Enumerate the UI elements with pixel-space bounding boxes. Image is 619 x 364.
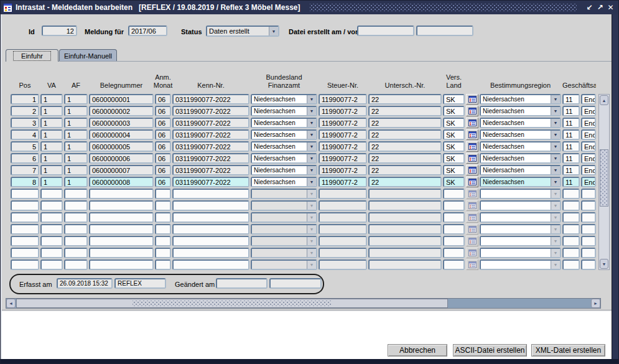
cell-anm-monat[interactable]: 06 [155, 129, 171, 140]
cell-belegnummer[interactable]: 0600000005 [89, 141, 154, 152]
dropdown-arrow-icon[interactable]: ▼ [551, 213, 560, 222]
cell-vers-land[interactable] [443, 248, 465, 258]
dropdown-arrow-icon[interactable]: ▼ [307, 95, 316, 103]
cell-kenn-nr[interactable]: 0311990077-2022 [172, 129, 249, 140]
cell-kenn-nr[interactable]: 0311990077-2022 [172, 118, 249, 128]
lov-lookup-button[interactable] [466, 129, 478, 140]
cell-geschaeftsart-code[interactable]: 11 [562, 94, 580, 105]
cell-af[interactable] [64, 248, 88, 258]
cell-geschaeftsart-text[interactable] [581, 200, 596, 211]
cell-va[interactable]: 1 [40, 118, 63, 128]
scroll-left-icon[interactable]: ◄ [6, 299, 16, 308]
dropdown-arrow-icon[interactable]: ▼ [307, 261, 316, 269]
cell-pos[interactable]: 7 [11, 165, 39, 175]
tab-einfuhr-manuell[interactable]: Einfuhr-Manuell [59, 49, 117, 62]
cell-vers-land[interactable] [443, 212, 465, 223]
cell-vers-land[interactable]: SK [443, 141, 465, 152]
dropdown-arrow-icon[interactable]: ▼ [307, 154, 316, 162]
cell-geschaeftsart-code[interactable] [562, 236, 580, 246]
cell-vers-land[interactable] [443, 200, 465, 211]
cell-af[interactable]: 1 [64, 141, 88, 152]
cell-af[interactable]: 1 [64, 118, 88, 128]
cell-belegnummer[interactable]: 0600000006 [89, 153, 154, 164]
cell-geschaeftsart-text[interactable]: Endg [581, 118, 596, 128]
vertical-scrollbar-thumb[interactable] [600, 149, 608, 207]
cell-bundesland-finanzamt-select[interactable]: Niedersachsen▼ [251, 153, 317, 164]
dropdown-arrow-icon[interactable]: ▼ [551, 237, 560, 245]
dropdown-arrow-icon[interactable]: ▼ [307, 237, 316, 245]
cell-pos[interactable] [11, 248, 39, 258]
cell-va[interactable] [40, 224, 63, 235]
cell-vers-land[interactable]: SK [443, 118, 465, 128]
cell-pos[interactable] [11, 212, 39, 223]
cell-geschaeftsart-code[interactable] [562, 189, 580, 199]
dropdown-arrow-icon[interactable]: ▼ [307, 166, 316, 174]
cell-geschaeftsart-code[interactable]: 11 [562, 141, 580, 152]
cell-af[interactable] [64, 200, 88, 211]
cell-belegnummer[interactable]: 0600000004 [89, 129, 154, 140]
dropdown-arrow-icon[interactable]: ▼ [307, 131, 316, 139]
cell-va[interactable]: 1 [40, 177, 63, 187]
cell-steuer-nr[interactable] [319, 212, 367, 223]
cell-bestimmungsregion-select[interactable]: Niedersachsen▼ [480, 94, 561, 105]
cell-kenn-nr[interactable]: 0311990077-2022 [172, 165, 249, 175]
cell-anm-monat[interactable]: 06 [155, 165, 171, 175]
cell-belegnummer[interactable] [89, 189, 154, 199]
cell-vers-land[interactable]: SK [443, 106, 465, 116]
cell-geschaeftsart-code[interactable] [562, 224, 580, 235]
cell-belegnummer[interactable]: 0600000007 [89, 165, 154, 175]
cell-va[interactable]: 1 [40, 94, 63, 105]
cell-bundesland-finanzamt-select[interactable]: Niedersachsen▼ [251, 106, 317, 116]
id-field[interactable]: 12 [42, 26, 77, 36]
cell-geschaeftsart-code[interactable]: 11 [562, 118, 580, 128]
cell-pos[interactable] [11, 200, 39, 211]
cell-steuer-nr[interactable] [319, 189, 367, 199]
xml-datei-erstellen-button[interactable]: XML-Datei erstellen [531, 344, 605, 357]
cell-geschaeftsart-code[interactable]: 11 [562, 165, 580, 175]
cell-kenn-nr[interactable]: 0311990077-2022 [172, 94, 249, 105]
cell-bestimmungsregion-select[interactable]: Niedersachsen▼ [480, 141, 561, 152]
cell-kenn-nr[interactable] [172, 212, 249, 223]
cell-bundesland-finanzamt-select[interactable]: Niedersachsen▼ [251, 129, 317, 140]
cell-vers-land[interactable]: SK [443, 165, 465, 175]
cell-af[interactable]: 1 [64, 165, 88, 175]
horizontal-scrollbar[interactable]: ◄ ► [6, 298, 601, 309]
cell-va[interactable] [40, 236, 63, 246]
dropdown-arrow-icon[interactable]: ▼ [551, 190, 560, 198]
cell-kenn-nr[interactable] [172, 189, 249, 199]
cell-anm-monat[interactable] [155, 200, 171, 211]
cell-af[interactable] [64, 236, 88, 246]
cell-geschaeftsart-code[interactable] [562, 248, 580, 258]
cell-bundesland-finanzamt-select[interactable]: Niedersachsen▼ [251, 118, 317, 128]
cell-geschaeftsart-text[interactable]: Endg [581, 141, 596, 152]
cell-untersch-nr[interactable]: 22 [368, 118, 442, 128]
dropdown-arrow-icon[interactable]: ▼ [551, 166, 560, 174]
cell-pos[interactable] [11, 189, 39, 199]
cell-bestimmungsregion-select[interactable]: Niedersachsen▼ [480, 106, 561, 116]
dropdown-arrow-icon[interactable]: ▼ [551, 131, 560, 139]
lov-lookup-button[interactable] [466, 118, 478, 128]
cell-va[interactable]: 1 [40, 106, 63, 116]
cell-bestimmungsregion-select[interactable]: ▼ [480, 248, 561, 258]
cell-untersch-nr[interactable]: 22 [368, 94, 442, 105]
cell-geschaeftsart-text[interactable] [581, 259, 596, 270]
cell-bundesland-finanzamt-select[interactable]: ▼ [251, 224, 317, 235]
ascii-datei-erstellen-button[interactable]: ASCII-Datei erstellen [453, 344, 527, 357]
lov-lookup-button[interactable] [466, 177, 478, 187]
cell-af[interactable] [64, 189, 88, 199]
cell-pos[interactable]: 6 [11, 153, 39, 164]
cell-geschaeftsart-text[interactable]: Endg [581, 106, 596, 116]
cell-untersch-nr[interactable]: 22 [368, 106, 442, 116]
lov-lookup-button[interactable] [466, 94, 478, 105]
cell-anm-monat[interactable] [155, 224, 171, 235]
cell-bestimmungsregion-select[interactable]: Niedersachsen▼ [480, 177, 561, 187]
cell-bundesland-finanzamt-select[interactable]: Niedersachsen▼ [251, 177, 317, 187]
cell-bestimmungsregion-select[interactable]: Niedersachsen▼ [480, 129, 561, 140]
cell-pos[interactable] [11, 236, 39, 246]
tab-einfuhr[interactable]: Einfuhr [6, 49, 58, 62]
lov-lookup-button[interactable] [466, 141, 478, 152]
cell-steuer-nr[interactable] [319, 236, 367, 246]
cell-pos[interactable]: 1 [11, 94, 39, 105]
cell-belegnummer[interactable] [89, 200, 154, 211]
dropdown-arrow-icon[interactable]: ▼ [307, 225, 316, 233]
